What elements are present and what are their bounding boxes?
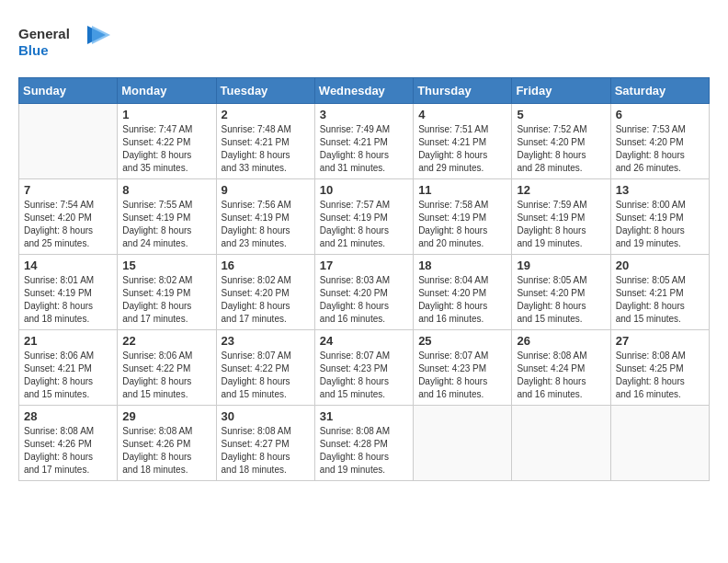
day-info: Sunrise: 8:07 AM Sunset: 4:22 PM Dayligh…: [222, 350, 310, 401]
week-row-1: 7Sunrise: 7:54 AM Sunset: 4:20 PM Daylig…: [19, 179, 710, 255]
logo-text: General Blue: [18, 18, 119, 68]
day-number: 7: [24, 183, 112, 197]
calendar-cell: 15Sunrise: 8:02 AM Sunset: 4:19 PM Dayli…: [118, 255, 216, 330]
day-number: 13: [616, 183, 704, 197]
day-number: 5: [517, 108, 605, 121]
calendar-cell: 31Sunrise: 8:08 AM Sunset: 4:28 PM Dayli…: [314, 406, 413, 481]
day-number: 23: [222, 334, 310, 348]
calendar-cell: 30Sunrise: 8:08 AM Sunset: 4:27 PM Dayli…: [216, 406, 314, 481]
day-info: Sunrise: 7:48 AM Sunset: 4:21 PM Dayligh…: [222, 123, 310, 175]
weekday-row: SundayMondayTuesdayWednesdayThursdayFrid…: [19, 78, 710, 104]
weekday-header-tuesday: Tuesday: [216, 78, 314, 104]
calendar-cell: 7Sunrise: 7:54 AM Sunset: 4:20 PM Daylig…: [19, 179, 118, 255]
day-info: Sunrise: 8:07 AM Sunset: 4:23 PM Dayligh…: [418, 350, 506, 401]
day-info: Sunrise: 8:08 AM Sunset: 4:24 PM Dayligh…: [517, 350, 605, 401]
day-number: 29: [122, 409, 210, 423]
day-info: Sunrise: 8:06 AM Sunset: 4:22 PM Dayligh…: [122, 350, 210, 401]
day-info: Sunrise: 8:03 AM Sunset: 4:20 PM Dayligh…: [320, 274, 408, 326]
weekday-header-saturday: Saturday: [610, 78, 709, 104]
calendar-table: SundayMondayTuesdayWednesdayThursdayFrid…: [18, 77, 710, 481]
day-info: Sunrise: 7:51 AM Sunset: 4:21 PM Dayligh…: [418, 123, 506, 175]
calendar-cell: 22Sunrise: 8:06 AM Sunset: 4:22 PM Dayli…: [118, 330, 216, 406]
calendar-cell: [610, 406, 709, 481]
day-info: Sunrise: 8:07 AM Sunset: 4:23 PM Dayligh…: [320, 350, 408, 401]
calendar-cell: 16Sunrise: 8:02 AM Sunset: 4:20 PM Dayli…: [216, 255, 314, 330]
day-info: Sunrise: 8:05 AM Sunset: 4:21 PM Dayligh…: [616, 274, 704, 326]
calendar-cell: 24Sunrise: 8:07 AM Sunset: 4:23 PM Dayli…: [314, 330, 413, 406]
calendar-cell: 13Sunrise: 8:00 AM Sunset: 4:19 PM Dayli…: [610, 179, 709, 255]
day-number: 3: [320, 108, 408, 121]
day-number: 10: [320, 183, 408, 197]
day-number: 4: [418, 108, 506, 121]
day-number: 12: [517, 183, 605, 197]
day-number: 31: [320, 409, 408, 423]
page-header: General Blue: [18, 18, 710, 68]
day-number: 2: [222, 108, 310, 121]
calendar-cell: 18Sunrise: 8:04 AM Sunset: 4:20 PM Dayli…: [414, 255, 512, 330]
day-number: 20: [616, 259, 704, 272]
calendar-cell: 3Sunrise: 7:49 AM Sunset: 4:21 PM Daylig…: [314, 104, 413, 179]
calendar-header: SundayMondayTuesdayWednesdayThursdayFrid…: [19, 78, 710, 104]
day-info: Sunrise: 8:08 AM Sunset: 4:27 PM Dayligh…: [222, 425, 310, 477]
day-number: 14: [24, 259, 112, 272]
calendar-cell: 14Sunrise: 8:01 AM Sunset: 4:19 PM Dayli…: [19, 255, 118, 330]
calendar-cell: 12Sunrise: 7:59 AM Sunset: 4:19 PM Dayli…: [512, 179, 610, 255]
calendar-cell: 23Sunrise: 8:07 AM Sunset: 4:22 PM Dayli…: [216, 330, 314, 406]
calendar-cell: 29Sunrise: 8:08 AM Sunset: 4:26 PM Dayli…: [118, 406, 216, 481]
day-info: Sunrise: 7:56 AM Sunset: 4:19 PM Dayligh…: [222, 199, 310, 250]
calendar-cell: 21Sunrise: 8:06 AM Sunset: 4:21 PM Dayli…: [19, 330, 118, 406]
calendar-cell: [414, 406, 512, 481]
calendar-cell: 9Sunrise: 7:56 AM Sunset: 4:19 PM Daylig…: [216, 179, 314, 255]
calendar-cell: 25Sunrise: 8:07 AM Sunset: 4:23 PM Dayli…: [414, 330, 512, 406]
day-info: Sunrise: 8:08 AM Sunset: 4:26 PM Dayligh…: [122, 425, 210, 477]
day-info: Sunrise: 8:02 AM Sunset: 4:19 PM Dayligh…: [122, 274, 210, 326]
day-info: Sunrise: 8:00 AM Sunset: 4:19 PM Dayligh…: [616, 199, 704, 250]
day-info: Sunrise: 7:58 AM Sunset: 4:19 PM Dayligh…: [418, 199, 506, 250]
calendar-cell: 20Sunrise: 8:05 AM Sunset: 4:21 PM Dayli…: [610, 255, 709, 330]
day-number: 6: [616, 108, 704, 121]
day-number: 24: [320, 334, 408, 348]
logo-icon: General Blue: [18, 18, 119, 64]
day-info: Sunrise: 8:05 AM Sunset: 4:20 PM Dayligh…: [517, 274, 605, 326]
day-number: 27: [616, 334, 704, 348]
day-number: 11: [418, 183, 506, 197]
day-number: 9: [222, 183, 310, 197]
weekday-header-friday: Friday: [512, 78, 610, 104]
day-number: 1: [122, 108, 210, 121]
calendar-cell: [512, 406, 610, 481]
day-number: 26: [517, 334, 605, 348]
day-info: Sunrise: 8:02 AM Sunset: 4:20 PM Dayligh…: [222, 274, 310, 326]
logo: General Blue: [18, 18, 119, 68]
weekday-header-monday: Monday: [118, 78, 216, 104]
calendar-cell: 8Sunrise: 7:55 AM Sunset: 4:19 PM Daylig…: [118, 179, 216, 255]
week-row-3: 21Sunrise: 8:06 AM Sunset: 4:21 PM Dayli…: [19, 330, 710, 406]
day-info: Sunrise: 7:57 AM Sunset: 4:19 PM Dayligh…: [320, 199, 408, 250]
weekday-header-wednesday: Wednesday: [314, 78, 413, 104]
svg-text:Blue: Blue: [18, 42, 49, 58]
weekday-header-thursday: Thursday: [414, 78, 512, 104]
calendar-cell: 11Sunrise: 7:58 AM Sunset: 4:19 PM Dayli…: [414, 179, 512, 255]
calendar-cell: 5Sunrise: 7:52 AM Sunset: 4:20 PM Daylig…: [512, 104, 610, 179]
calendar-cell: 17Sunrise: 8:03 AM Sunset: 4:20 PM Dayli…: [314, 255, 413, 330]
week-row-4: 28Sunrise: 8:08 AM Sunset: 4:26 PM Dayli…: [19, 406, 710, 481]
day-number: 25: [418, 334, 506, 348]
day-number: 18: [418, 259, 506, 272]
week-row-0: 1Sunrise: 7:47 AM Sunset: 4:22 PM Daylig…: [19, 104, 710, 179]
calendar-cell: 4Sunrise: 7:51 AM Sunset: 4:21 PM Daylig…: [414, 104, 512, 179]
day-info: Sunrise: 7:49 AM Sunset: 4:21 PM Dayligh…: [320, 123, 408, 175]
week-row-2: 14Sunrise: 8:01 AM Sunset: 4:19 PM Dayli…: [19, 255, 710, 330]
day-info: Sunrise: 7:55 AM Sunset: 4:19 PM Dayligh…: [122, 199, 210, 250]
calendar-cell: 1Sunrise: 7:47 AM Sunset: 4:22 PM Daylig…: [118, 104, 216, 179]
calendar-cell: [19, 104, 118, 179]
day-number: 21: [24, 334, 112, 348]
calendar-cell: 27Sunrise: 8:08 AM Sunset: 4:25 PM Dayli…: [610, 330, 709, 406]
weekday-header-sunday: Sunday: [19, 78, 118, 104]
day-info: Sunrise: 7:54 AM Sunset: 4:20 PM Dayligh…: [24, 199, 112, 250]
day-info: Sunrise: 7:52 AM Sunset: 4:20 PM Dayligh…: [517, 123, 605, 175]
calendar-cell: 6Sunrise: 7:53 AM Sunset: 4:20 PM Daylig…: [610, 104, 709, 179]
day-info: Sunrise: 8:08 AM Sunset: 4:28 PM Dayligh…: [320, 425, 408, 477]
day-number: 8: [122, 183, 210, 197]
day-number: 19: [517, 259, 605, 272]
day-number: 17: [320, 259, 408, 272]
day-number: 15: [122, 259, 210, 272]
